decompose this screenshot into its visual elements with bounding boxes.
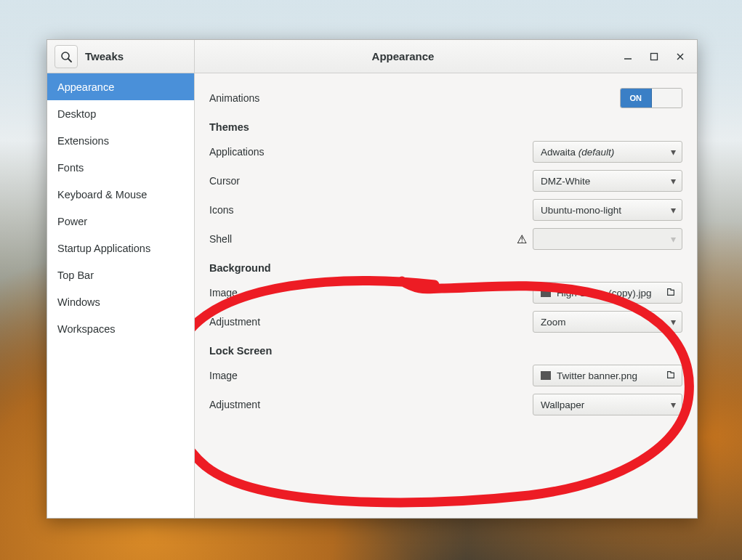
combo-applications-value: Adwaita (default)	[541, 147, 665, 158]
search-icon	[60, 51, 72, 62]
row-background-adjustment: Adjustment Zoom ▾	[209, 307, 682, 336]
maximize-icon	[650, 52, 658, 61]
label-lockscreen-adjustment: Adjustment	[209, 399, 260, 410]
search-button[interactable]	[55, 45, 78, 68]
file-background-image-value: High Sierra (copy).jpg	[557, 288, 660, 299]
label-cursor: Cursor	[209, 175, 240, 187]
minimize-button[interactable]	[621, 50, 634, 63]
image-thumb-icon	[541, 371, 551, 380]
sidebar-item-windows[interactable]: Windows	[47, 288, 194, 315]
sidebar-item-label: Windows	[57, 296, 100, 308]
sidebar-item-label: Appearance	[57, 81, 114, 93]
tweaks-window: Tweaks Appearance Appearance Deskto	[47, 39, 698, 519]
row-shell: Shell ⚠ ▾	[209, 224, 682, 253]
chevron-down-icon: ▾	[671, 175, 676, 187]
svg-rect-3	[651, 53, 658, 60]
image-thumb-icon	[541, 288, 551, 297]
sidebar-item-label: Power	[57, 216, 87, 227]
open-file-icon	[666, 370, 676, 382]
label-lockscreen-image: Image	[209, 370, 238, 381]
titlebar: Tweaks Appearance	[47, 40, 697, 73]
sidebar-item-label: Fonts	[57, 162, 84, 174]
sidebar-item-fonts[interactable]: Fonts	[47, 154, 194, 181]
row-icons: Icons Ubuntu-mono-light ▾	[209, 195, 682, 224]
window-controls	[611, 40, 697, 73]
sidebar-item-appearance[interactable]: Appearance	[47, 73, 194, 100]
sidebar-item-label: Workspaces	[57, 323, 116, 335]
titlebar-center: Appearance	[195, 40, 611, 73]
section-lockscreen: Lock Screen	[209, 336, 682, 361]
chevron-down-icon: ▾	[671, 204, 676, 216]
combo-icons-value: Ubuntu-mono-light	[541, 205, 665, 216]
combo-shell: ▾	[533, 228, 682, 250]
file-lockscreen-image-value: Twitter banner.png	[557, 370, 660, 381]
close-icon	[676, 52, 685, 61]
svg-line-1	[68, 59, 71, 62]
toggle-on-label: ON	[621, 89, 652, 107]
sidebar-item-top-bar[interactable]: Top Bar	[47, 261, 194, 288]
open-file-icon	[666, 287, 676, 299]
toggle-animations[interactable]: ON	[620, 88, 682, 108]
desktop-wallpaper: Tweaks Appearance Appearance Deskto	[0, 0, 742, 560]
chevron-down-icon: ▾	[671, 399, 676, 410]
sidebar-item-label: Extensions	[57, 135, 109, 147]
combo-background-adjustment[interactable]: Zoom ▾	[533, 311, 682, 333]
app-title: Tweaks	[85, 50, 124, 62]
sidebar-item-workspaces[interactable]: Workspaces	[47, 315, 194, 342]
sidebar-item-label: Top Bar	[57, 269, 94, 281]
window-body: Appearance Desktop Extensions Fonts Keyb…	[47, 73, 697, 518]
file-background-image[interactable]: High Sierra (copy).jpg	[533, 282, 682, 304]
combo-cursor[interactable]: DMZ-White ▾	[533, 170, 682, 192]
section-themes: Themes	[209, 113, 682, 137]
titlebar-left: Tweaks	[47, 40, 195, 73]
minimize-icon	[624, 52, 632, 61]
sidebar-item-label: Desktop	[57, 108, 96, 120]
combo-background-adjustment-value: Zoom	[541, 317, 665, 328]
combo-applications[interactable]: Adwaita (default) ▾	[533, 141, 682, 163]
row-lockscreen-image: Image Twitter banner.png	[209, 361, 682, 390]
page-title: Appearance	[372, 50, 435, 62]
label-applications: Applications	[209, 146, 265, 158]
sidebar-item-startup-applications[interactable]: Startup Applications	[47, 235, 194, 261]
section-background: Background	[209, 253, 682, 278]
label-shell: Shell	[209, 233, 232, 245]
label-animations: Animations	[209, 92, 259, 104]
sidebar-item-label: Keyboard & Mouse	[57, 189, 147, 200]
combo-icons[interactable]: Ubuntu-mono-light ▾	[533, 199, 682, 221]
row-applications: Applications Adwaita (default) ▾	[209, 137, 682, 166]
sidebar-item-power[interactable]: Power	[47, 208, 194, 235]
row-cursor: Cursor DMZ-White ▾	[209, 166, 682, 195]
sidebar-item-label: Startup Applications	[57, 243, 150, 254]
row-background-image: Image High Sierra (copy).jpg	[209, 278, 682, 307]
warning-icon: ⚠	[517, 232, 527, 246]
content-panel: Animations ON Themes Applications Adwait…	[195, 73, 697, 518]
row-lockscreen-adjustment: Adjustment Wallpaper ▾	[209, 390, 682, 419]
combo-lockscreen-adjustment[interactable]: Wallpaper ▾	[533, 394, 682, 415]
sidebar-item-desktop[interactable]: Desktop	[47, 100, 194, 127]
chevron-down-icon: ▾	[671, 316, 676, 328]
chevron-down-icon: ▾	[671, 146, 676, 158]
sidebar-item-extensions[interactable]: Extensions	[47, 127, 194, 154]
sidebar-item-keyboard-mouse[interactable]: Keyboard & Mouse	[47, 181, 194, 208]
label-background-image: Image	[209, 287, 238, 299]
maximize-button[interactable]	[648, 50, 661, 63]
combo-cursor-value: DMZ-White	[541, 176, 665, 187]
row-animations: Animations ON	[209, 84, 682, 113]
toggle-off-side	[652, 89, 682, 107]
label-background-adjustment: Adjustment	[209, 316, 260, 328]
combo-lockscreen-adjustment-value: Wallpaper	[541, 399, 665, 410]
chevron-down-icon: ▾	[671, 233, 676, 245]
label-icons: Icons	[209, 204, 233, 216]
close-button[interactable]	[674, 50, 687, 63]
file-lockscreen-image[interactable]: Twitter banner.png	[533, 365, 682, 386]
sidebar: Appearance Desktop Extensions Fonts Keyb…	[47, 73, 195, 518]
